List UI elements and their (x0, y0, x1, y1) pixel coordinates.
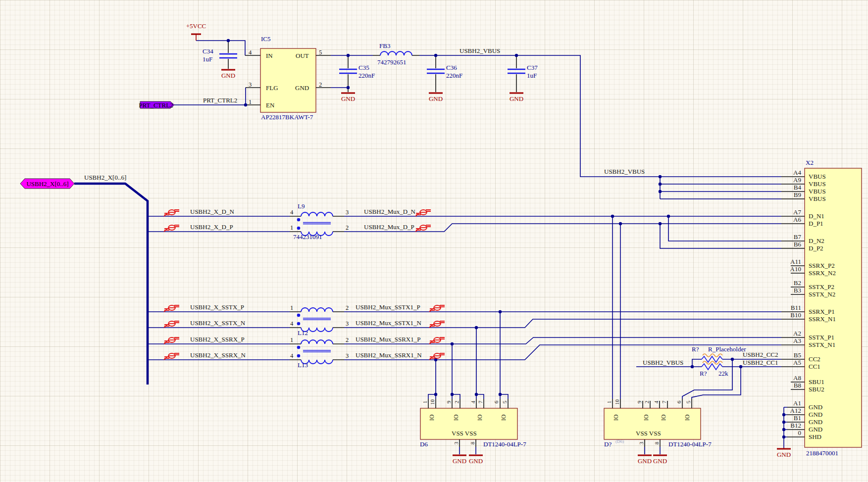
ic5-part[interactable]: AP22817BKAWT-7 (261, 114, 313, 120)
x2-pin-num: A6 (779, 216, 801, 223)
gnd-label[interactable]: GND (510, 96, 523, 102)
net-label-mux-d-p[interactable]: USBH2_Mux_D_P (364, 224, 414, 230)
l13-pin-num: 3 (346, 353, 349, 359)
d6-pin-num: 5 (502, 398, 508, 407)
l9-pin-num: 2 (346, 225, 349, 231)
gnd-label[interactable]: GND (221, 72, 235, 79)
x2-pin-num: B9 (779, 192, 801, 198)
x2-pin-num: B11 (779, 304, 801, 311)
r-top-val[interactable]: R_Placeholder (708, 346, 746, 352)
x2-designator[interactable]: X2 (806, 159, 814, 166)
net-label-mux-sstx1-n[interactable]: USBH2_Mux_SSTX1_N (356, 320, 421, 326)
x2-pin-num: A2 (779, 330, 801, 337)
x2-pin-num: A8 (779, 375, 801, 381)
gnd-label[interactable]: GND (638, 458, 652, 464)
diffpair-icon (164, 305, 179, 312)
ic5-pin-num: 1 (249, 99, 252, 105)
net-label-cc1[interactable]: USBH2_CC1 (743, 359, 778, 366)
net-label-mux-ssrx1-n[interactable]: USBH2_Mux_SSRX1_N (356, 352, 422, 358)
net-label-vbus[interactable]: USBH2_VBUS (460, 48, 500, 54)
bus-label[interactable]: USBH2_X[0..6] (84, 174, 126, 181)
dq-gnd-pin-num: 8 (654, 439, 660, 448)
bus-usbh2-x[interactable] (74, 184, 148, 385)
d6-designator[interactable]: D6 (420, 441, 428, 447)
x2-pin-name: D_P1 (809, 220, 823, 227)
gnd-label[interactable]: GND (341, 96, 355, 102)
port-prt-ctrl2-label[interactable]: PRT_CTRL2 (139, 102, 173, 108)
x2-pin-name: CC2 (809, 356, 820, 362)
net-label-cc2[interactable]: USBH2_CC2 (743, 351, 778, 358)
net-label-x-sstx-p[interactable]: USBH2_X_SSTX_P (190, 304, 244, 310)
l13-designator[interactable]: L13 (298, 362, 308, 368)
net-label-prt-ctrl2[interactable]: PRT_CTRL2 (203, 97, 237, 103)
x2-pin-num: B10 (779, 312, 801, 318)
ic5-pin-num: 2 (319, 82, 322, 88)
net-label-mux-d-n[interactable]: USBH2_Mux_D_N (364, 208, 415, 215)
gnd-label[interactable]: GND (453, 458, 466, 464)
l9-designator[interactable]: L9 (298, 203, 305, 209)
diffpair-icon (415, 210, 431, 216)
c35-ref[interactable]: C35 (358, 64, 369, 71)
fb3-part[interactable]: 742792651 (377, 59, 407, 65)
l12-designator[interactable]: L12 (298, 330, 308, 336)
x2-pin-num: B8 (779, 382, 801, 388)
dq-designator[interactable]: D? (604, 441, 612, 447)
component-bodies[interactable] (260, 48, 862, 447)
r-bottom-val[interactable]: 22k (718, 370, 728, 377)
net-label-vbus[interactable]: USBH2_VBUS (643, 359, 683, 366)
x2-pin-name: D_N2 (809, 238, 824, 244)
c37-val[interactable]: 1uF (527, 72, 537, 79)
x2-pin-num: A4 (779, 169, 801, 176)
gnd-label[interactable]: GND (777, 451, 791, 458)
schematic-canvas (0, 0, 868, 482)
x2-pin-num: A10 (779, 266, 801, 272)
net-label-x-ssrx-n[interactable]: USBH2_X_SSRX_N (190, 352, 246, 358)
gnd-label[interactable]: GND (429, 96, 443, 102)
x2-pin-num: A5 (779, 359, 801, 366)
net-label-mux-sstx1-p[interactable]: USBH2_Mux_SSTX1_P (356, 304, 420, 310)
x2-pin-num: B4 (779, 184, 801, 191)
dq-io: IO (613, 413, 619, 423)
x2-pin-name: SSTX_N1 (809, 341, 835, 348)
c34-ref[interactable]: C34 (203, 48, 213, 54)
d6-pin-num: 2 (454, 398, 460, 407)
x2-pin-name: D_P2 (809, 245, 823, 251)
net-label-x-sstx-n[interactable]: USBH2_X_SSTX_N (190, 320, 245, 326)
x2-part[interactable]: 2188470001 (806, 450, 838, 456)
fb3-ref[interactable]: FB3 (379, 43, 390, 49)
diffpair-icon (164, 225, 179, 232)
r-top-ref[interactable]: R? (692, 346, 699, 352)
c36-val[interactable]: 220nF (446, 72, 462, 79)
gnd-label[interactable]: GND (469, 458, 483, 464)
ic5-pin-num: 5 (319, 49, 322, 56)
ic5-pin-gnd: GND (295, 85, 309, 91)
l9-part[interactable]: 744231091 (293, 234, 322, 240)
dq-alt-designator: (D6) (615, 439, 624, 444)
net-label-x-d-p[interactable]: USBH2_X_D_P (190, 224, 233, 230)
c37-ref[interactable]: C37 (527, 64, 538, 71)
dq-part[interactable]: DT1240-04LP-7 (668, 441, 712, 447)
x2-pin-name: SSTX_P2 (809, 284, 834, 290)
l13-pin-num: 2 (346, 337, 349, 343)
c35-val[interactable]: 220nF (358, 72, 375, 79)
x2-pin-name: VBUS (809, 195, 826, 202)
gnd-label[interactable]: GND (653, 458, 667, 464)
net-label-x-d-n[interactable]: USBH2_X_D_N (190, 208, 234, 215)
wires[interactable] (148, 41, 787, 454)
net-label-mux-ssrx1-p[interactable]: USBH2_Mux_SSRX1_P (356, 336, 421, 342)
ic5-designator[interactable]: IC5 (261, 36, 271, 42)
net-label-x-ssrx-p[interactable]: USBH2_X_SSRX_P (190, 336, 245, 342)
net-label-vbus[interactable]: USBH2_VBUS (604, 168, 645, 175)
c34-val[interactable]: 1uF (203, 56, 212, 62)
diffpair-icon (429, 305, 445, 312)
x2-pin-name: D_N1 (809, 213, 824, 219)
diffpair-icon (164, 353, 179, 360)
r-bottom-ref[interactable]: R? (700, 370, 707, 377)
vcc-label[interactable]: +5VCC (186, 23, 206, 29)
d6-part[interactable]: DT1240-04LP-7 (483, 441, 526, 447)
dq-pin-num: 9 (637, 398, 642, 407)
port-usbh2-x-label[interactable]: USBH2_X[0..6] (26, 181, 68, 187)
diffpair-icon (164, 321, 179, 328)
c36-ref[interactable]: C36 (446, 64, 457, 71)
x2-pin-num: B1 (779, 415, 801, 421)
